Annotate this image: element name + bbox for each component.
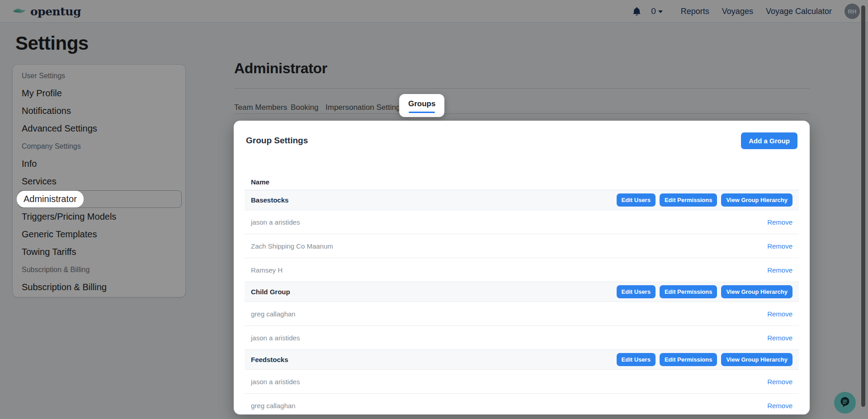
tab-groups[interactable]: Groups	[399, 94, 444, 117]
member-name: jason a aristides	[251, 334, 300, 342]
member-row: jason a aristidesRemove	[245, 210, 799, 234]
remove-member-link[interactable]: Remove	[767, 242, 793, 250]
edit-permissions-button[interactable]: Edit Permissions	[660, 353, 717, 366]
member-name: greg callaghan	[251, 402, 295, 410]
member-row: Zach Shipping Co MaanumRemove	[245, 234, 799, 258]
panel-title: Group Settings	[246, 136, 308, 146]
remove-member-link[interactable]: Remove	[767, 378, 793, 386]
remove-member-link[interactable]: Remove	[767, 402, 793, 410]
groups-table: Name BasestocksEdit UsersEdit Permission…	[245, 174, 799, 414]
view-group-hierarchy-button[interactable]: View Group Hierarchy	[721, 353, 793, 366]
group-actions: Edit UsersEdit PermissionsView Group Hie…	[617, 285, 793, 298]
group-name: Basestocks	[251, 196, 288, 204]
member-row: jason a aristidesRemove	[245, 370, 799, 394]
group-row: Child GroupEdit UsersEdit PermissionsVie…	[245, 282, 799, 302]
tab-label: Groups	[408, 99, 435, 108]
member-row: greg callaghanRemove	[245, 394, 799, 414]
group-row: FeedstocksEdit UsersEdit PermissionsView…	[245, 350, 799, 370]
member-name: Zach Shipping Co Maanum	[251, 242, 333, 250]
member-name: greg callaghan	[251, 310, 295, 318]
member-name: jason a aristides	[251, 378, 300, 386]
group-name: Child Group	[251, 288, 290, 296]
member-row: greg callaghanRemove	[245, 302, 799, 326]
remove-member-link[interactable]: Remove	[767, 310, 793, 318]
remove-member-link[interactable]: Remove	[767, 334, 793, 342]
member-name: Ramsey H	[251, 266, 283, 274]
group-name: Feedstocks	[251, 356, 288, 363]
remove-member-link[interactable]: Remove	[767, 266, 793, 274]
member-row: Ramsey HRemove	[245, 258, 799, 282]
edit-permissions-button[interactable]: Edit Permissions	[660, 193, 717, 207]
group-actions: Edit UsersEdit PermissionsView Group Hie…	[617, 353, 793, 366]
member-name: jason a aristides	[251, 218, 300, 226]
table-header-name: Name	[245, 174, 799, 190]
spotlight-pill[interactable]: Administrator	[17, 191, 84, 207]
add-group-button[interactable]: Add a Group	[741, 132, 797, 149]
remove-member-link[interactable]: Remove	[767, 218, 793, 226]
group-row: BasestocksEdit UsersEdit PermissionsView…	[245, 190, 799, 210]
vertical-scrollbar-thumb[interactable]	[861, 5, 865, 407]
group-actions: Edit UsersEdit PermissionsView Group Hie…	[617, 193, 793, 207]
edit-users-button[interactable]: Edit Users	[617, 285, 656, 298]
member-row: jason a aristidesRemove	[245, 326, 799, 350]
edit-users-button[interactable]: Edit Users	[617, 353, 656, 366]
edit-users-button[interactable]: Edit Users	[617, 193, 656, 207]
view-group-hierarchy-button[interactable]: View Group Hierarchy	[721, 193, 793, 207]
active-tab-underline	[409, 112, 435, 113]
view-group-hierarchy-button[interactable]: View Group Hierarchy	[721, 285, 793, 298]
edit-permissions-button[interactable]: Edit Permissions	[660, 285, 717, 298]
group-settings-panel: Group Settings Add a Group Name Basestoc…	[234, 121, 810, 414]
